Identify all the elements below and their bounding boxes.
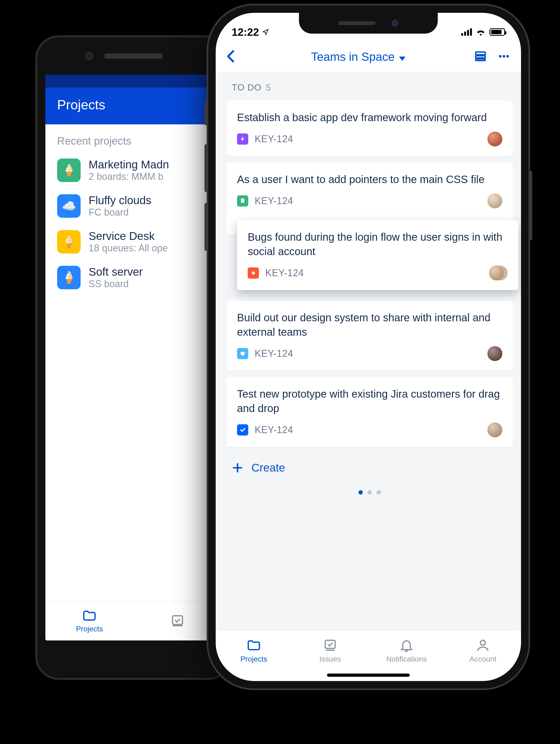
story-icon — [237, 195, 248, 207]
issues-icon — [323, 638, 338, 653]
assignee-avatar[interactable] — [487, 193, 502, 209]
assignee-avatar[interactable] — [487, 346, 502, 361]
android-bottom-nav: Projects — [45, 600, 222, 640]
board-title-dropdown[interactable]: Teams in Space — [248, 50, 469, 64]
page-dot — [377, 490, 381, 494]
project-subtitle: 2 boards: MMM b — [88, 171, 210, 182]
bug-icon — [248, 267, 259, 278]
issue-key: KEY-124 — [265, 267, 304, 278]
android-status-bar — [45, 75, 222, 87]
caret-down-icon — [399, 50, 405, 64]
tab-account-label: Account — [469, 655, 496, 663]
project-subtitle: FC board — [88, 207, 210, 218]
board-title: Teams in Space — [311, 50, 395, 64]
recent-projects-label: Recent projects — [45, 124, 222, 152]
tab-notifications[interactable]: Notifications — [368, 631, 445, 670]
iphone-volume-down — [204, 203, 208, 251]
board-column[interactable]: TO DO 5 Establish a basic app dev framew… — [216, 72, 521, 630]
assignee-avatar-group[interactable] — [489, 265, 508, 281]
assignee-avatar — [489, 265, 504, 281]
issue-title: Establish a basic app dev framework movi… — [237, 110, 502, 125]
task-icon — [237, 424, 248, 436]
svg-point-6 — [506, 55, 509, 58]
issues-icon — [170, 613, 185, 628]
project-row[interactable]: 🍦 Marketing Madn 2 boards: MMM b — [45, 152, 222, 188]
create-label: Create — [252, 461, 285, 474]
svg-point-5 — [502, 55, 505, 58]
more-horizontal-icon — [497, 50, 510, 63]
issue-title: Test new prototype with existing Jira cu… — [237, 387, 502, 415]
iphone-front-camera — [391, 20, 399, 27]
plus-icon — [232, 462, 244, 474]
iphone-mute-switch — [204, 101, 208, 125]
svg-rect-0 — [173, 616, 182, 625]
iphone-volume-up — [204, 144, 208, 192]
create-issue-button[interactable]: Create — [226, 453, 513, 482]
assignee-avatar[interactable] — [487, 132, 502, 147]
android-phone-frame: Projects Recent projects 🍦 Marketing Mad… — [37, 37, 230, 678]
project-subtitle: 18 queues: All ope — [88, 243, 210, 254]
board-icon — [474, 50, 487, 63]
issue-key: KEY-124 — [255, 195, 293, 207]
signal-icon — [461, 28, 472, 36]
location-icon — [262, 29, 269, 36]
folder-icon — [82, 608, 97, 623]
iphone-side-button — [528, 171, 532, 240]
issue-card-dragging[interactable]: Bugs found during the login flow the use… — [237, 220, 518, 290]
project-row[interactable]: 🍦 Service Desk 18 queues: All ope — [45, 224, 222, 260]
home-indicator[interactable] — [327, 674, 410, 677]
battery-icon — [489, 28, 505, 36]
project-subtitle: SS board — [88, 278, 210, 290]
issue-key: KEY-124 — [255, 424, 293, 436]
tab-issues-label: Issues — [320, 655, 341, 663]
folder-icon — [247, 638, 261, 653]
project-name: Fluffy clouds — [88, 194, 210, 207]
epic-icon — [237, 134, 248, 145]
android-front-camera — [85, 52, 94, 60]
page-indicator[interactable] — [226, 482, 513, 500]
issue-card[interactable]: Establish a basic app dev framework movi… — [226, 101, 513, 156]
android-screen: Projects Recent projects 🍦 Marketing Mad… — [45, 75, 222, 640]
svg-rect-8 — [325, 640, 335, 648]
page-dot — [368, 490, 372, 494]
android-speaker — [104, 53, 163, 59]
chevron-left-icon — [226, 50, 235, 63]
issue-card[interactable]: Build out our design system to share wit… — [226, 301, 513, 371]
page-dot-active — [359, 490, 363, 494]
account-icon — [475, 638, 490, 653]
column-count: 5 — [266, 82, 271, 92]
svg-rect-1 — [476, 52, 485, 55]
issue-title: Bugs found during the login flow the use… — [248, 230, 508, 259]
projects-header: Projects — [45, 87, 222, 124]
project-icon: 🍦 — [57, 230, 81, 254]
back-button[interactable] — [226, 50, 242, 64]
ios-nav-bar: Teams in Space — [216, 42, 521, 72]
iphone-speaker — [338, 21, 376, 25]
nav-projects-label: Projects — [76, 625, 103, 633]
tab-projects-label: Projects — [240, 655, 267, 663]
tab-notifications-label: Notifications — [386, 655, 427, 663]
issue-card[interactable]: Test new prototype with existing Jira cu… — [226, 377, 513, 447]
project-name: Service Desk — [88, 230, 210, 243]
assignee-avatar[interactable] — [487, 422, 502, 437]
svg-point-4 — [499, 55, 501, 58]
nav-projects[interactable]: Projects — [45, 608, 134, 633]
issue-key: KEY-124 — [255, 348, 293, 359]
bell-icon — [399, 638, 414, 653]
more-button[interactable] — [497, 50, 510, 64]
board-view-button[interactable] — [474, 50, 487, 64]
project-row[interactable]: ☁️ Fluffy clouds FC board — [45, 188, 222, 224]
svg-point-7 — [252, 271, 255, 274]
tab-projects[interactable]: Projects — [216, 631, 292, 670]
improvement-icon — [237, 348, 248, 359]
issue-title: Build out our design system to share wit… — [237, 310, 502, 339]
tab-issues[interactable]: Issues — [292, 631, 368, 670]
iphone-screen: 12:22 Teams in Space — [216, 13, 521, 681]
project-row[interactable]: 🍦 Soft server SS board — [45, 260, 222, 295]
iphone-notch — [299, 13, 438, 34]
project-name: Soft server — [88, 265, 210, 278]
tab-account[interactable]: Account — [445, 631, 521, 670]
issue-title: As a user I want to add pointers to the … — [237, 172, 502, 187]
project-name: Marketing Madn — [88, 158, 210, 171]
project-icon: 🍦 — [57, 266, 81, 289]
